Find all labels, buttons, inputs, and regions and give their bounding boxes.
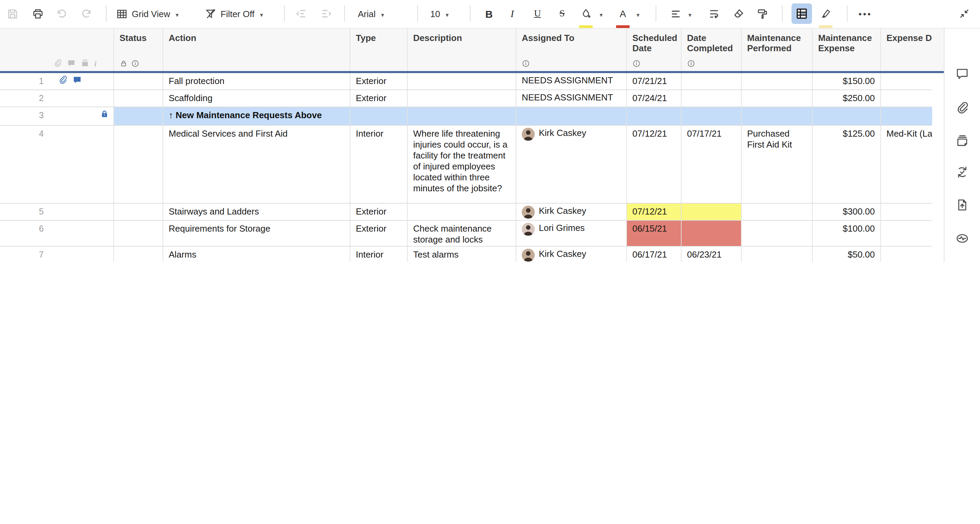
column-header-description[interactable]: Description xyxy=(408,28,516,71)
sidebar-publish-button[interactable] xyxy=(955,198,969,212)
column-header-maintenance_performed[interactable]: Maintenance Performed xyxy=(742,28,813,71)
cell-date-completed[interactable]: 06/23/21 xyxy=(682,247,742,262)
cell-expense-description[interactable] xyxy=(881,221,932,246)
row-gutter[interactable]: 6 xyxy=(0,221,114,246)
cell-date-completed[interactable] xyxy=(682,204,742,220)
cell-scheduled-date[interactable]: 07/21/21 xyxy=(627,73,682,89)
cell-description[interactable]: Check maintenance storage and locks xyxy=(408,221,516,246)
align-caret[interactable] xyxy=(687,5,692,22)
cell-maintenance-expense[interactable]: $125.00 xyxy=(813,126,881,203)
cell-description[interactable]: Test alarms xyxy=(408,247,516,262)
cell-assigned-to[interactable]: NEEDS ASSIGNMENT xyxy=(516,90,627,107)
undo-button[interactable] xyxy=(52,5,70,22)
cell-maintenance-expense[interactable]: $50.00 xyxy=(813,247,881,262)
cell-date-completed[interactable] xyxy=(682,73,742,89)
row-number[interactable]: 2 xyxy=(10,93,44,104)
row-gutter[interactable]: 7 xyxy=(0,247,114,262)
cell-action[interactable]: Requirements for Storage xyxy=(163,221,350,246)
row-gutter[interactable]: 2 xyxy=(0,90,114,107)
gutter-header[interactable]: i xyxy=(0,28,114,71)
cell-expense-description[interactable] xyxy=(881,107,932,125)
column-header-type[interactable]: Type xyxy=(350,28,408,71)
fill-color-button[interactable] xyxy=(577,5,595,22)
cell-maintenance-performed[interactable] xyxy=(742,221,813,246)
row-gutter[interactable]: 3 xyxy=(0,107,114,125)
cell-status[interactable] xyxy=(114,107,163,125)
cell-expense-description[interactable] xyxy=(881,90,932,107)
strikethrough-button[interactable]: S xyxy=(553,5,571,22)
sidebar-update-requests-button[interactable] xyxy=(955,165,969,179)
row-number[interactable]: 1 xyxy=(10,76,44,87)
cell-maintenance-expense[interactable]: $250.00 xyxy=(813,90,881,107)
cell-status[interactable] xyxy=(114,126,163,203)
cell-scheduled-date[interactable] xyxy=(627,107,682,125)
clear-format-button[interactable] xyxy=(729,5,747,22)
cell-status[interactable] xyxy=(114,204,163,220)
cell-type[interactable]: Interior xyxy=(350,126,408,203)
align-button[interactable] xyxy=(667,5,684,22)
text-color-caret[interactable] xyxy=(635,5,640,22)
cell-type[interactable]: Interior xyxy=(350,247,408,262)
cell-action[interactable]: ↑ New Maintenance Requests Above xyxy=(163,107,350,125)
format-painter-button[interactable] xyxy=(753,5,771,22)
more-options-button[interactable] xyxy=(856,5,874,22)
wrap-text-button[interactable] xyxy=(705,5,722,22)
column-header-scheduled[interactable]: Scheduled Date xyxy=(627,28,682,71)
cell-description[interactable] xyxy=(408,73,516,89)
column-header-maintenance_expense[interactable]: Maintenance Expense xyxy=(813,28,881,71)
cell-scheduled-date[interactable]: 06/17/21 xyxy=(627,247,682,262)
sidebar-activity-log-button[interactable] xyxy=(955,232,969,245)
cell-description[interactable]: Where life threatening injuries could oc… xyxy=(408,126,516,203)
cell-status[interactable] xyxy=(114,90,163,107)
cell-type[interactable]: Exterior xyxy=(350,221,408,246)
cell-maintenance-expense[interactable] xyxy=(813,107,881,125)
cell-date-completed[interactable] xyxy=(682,107,742,125)
cell-date-completed[interactable]: 07/17/21 xyxy=(682,126,742,203)
column-header-expense_description[interactable]: Expense Des xyxy=(881,28,932,71)
cell-date-completed[interactable] xyxy=(682,90,742,107)
row-number[interactable]: 7 xyxy=(10,249,44,260)
cell-maintenance-performed[interactable]: Purchased First Aid Kit xyxy=(742,126,813,203)
cell-maintenance-expense[interactable]: $300.00 xyxy=(813,204,881,220)
font-family-select[interactable]: Arial xyxy=(358,5,384,22)
cell-description[interactable] xyxy=(408,204,516,220)
column-header-status[interactable]: Status xyxy=(114,28,163,71)
cell-maintenance-performed[interactable] xyxy=(742,107,813,125)
fill-color-caret[interactable] xyxy=(598,5,603,22)
cell-assigned-to[interactable]: Kirk Caskey xyxy=(516,126,627,203)
bold-button[interactable]: B xyxy=(480,5,498,22)
cell-maintenance-performed[interactable] xyxy=(742,204,813,220)
filter-button[interactable]: Filter Off xyxy=(205,5,263,22)
cell-assigned-to[interactable]: Lori Grimes xyxy=(516,221,627,246)
font-size-select[interactable]: 10 xyxy=(430,5,449,22)
cell-status[interactable] xyxy=(114,221,163,246)
cell-assigned-to[interactable] xyxy=(516,107,627,125)
cell-description[interactable] xyxy=(408,107,516,125)
cell-scheduled-date[interactable]: 06/15/21 xyxy=(627,221,682,246)
cell-action[interactable]: Fall protection xyxy=(163,73,350,89)
cell-scheduled-date[interactable]: 07/12/21 xyxy=(627,126,682,203)
row-number[interactable]: 5 xyxy=(10,206,44,217)
text-color-button[interactable]: A xyxy=(614,5,632,22)
sidebar-comment-button[interactable] xyxy=(955,67,969,81)
redo-button[interactable] xyxy=(77,5,95,22)
row-number[interactable]: 3 xyxy=(10,110,44,121)
cell-action[interactable]: Medical Services and First Aid xyxy=(163,126,350,203)
cell-expense-description[interactable] xyxy=(881,247,932,262)
row-gutter[interactable]: 5 xyxy=(0,204,114,220)
view-selector[interactable]: Grid View xyxy=(116,5,178,22)
cell-expense-description[interactable] xyxy=(881,204,932,220)
cell-action[interactable]: Scaffolding xyxy=(163,90,350,107)
sidebar-proofs-button[interactable] xyxy=(955,134,969,148)
cell-action[interactable]: Alarms xyxy=(163,247,350,262)
cell-scheduled-date[interactable]: 07/12/21 xyxy=(627,204,682,220)
cell-scheduled-date[interactable]: 07/24/21 xyxy=(627,90,682,107)
row-gutter[interactable]: 1 xyxy=(0,73,114,89)
column-header-assigned[interactable]: Assigned To xyxy=(516,28,627,71)
cell-type[interactable] xyxy=(350,107,408,125)
print-button[interactable] xyxy=(29,5,46,22)
cell-maintenance-expense[interactable]: $150.00 xyxy=(813,73,881,89)
cell-format-button[interactable] xyxy=(792,3,812,24)
attachment-button[interactable] xyxy=(58,75,68,85)
cell-maintenance-performed[interactable] xyxy=(742,247,813,262)
